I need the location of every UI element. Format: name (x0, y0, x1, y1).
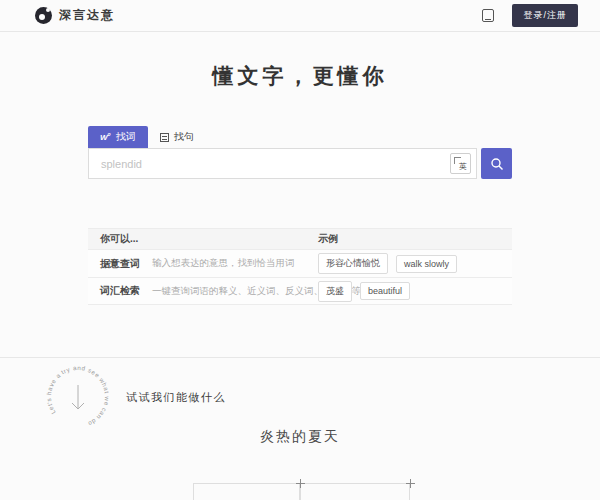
try-hint-text: 试试我们能做什么 (126, 390, 226, 405)
arrow-down-icon (42, 361, 114, 433)
language-toggle-icon[interactable]: 英 (450, 153, 471, 174)
demo-card[interactable] (300, 483, 410, 500)
row-label: 词汇检索 (100, 284, 140, 298)
login-register-button[interactable]: 登录/注册 (512, 4, 578, 27)
tab-find-word-label: 找词 (116, 130, 136, 144)
demo-title: 炎热的夏天 (0, 428, 600, 446)
tab-find-word[interactable]: Wo 找词 (88, 126, 148, 148)
tab-find-sentence[interactable]: 找句 (148, 126, 206, 148)
circular-text-badge: Let's have a try and see what we can do (42, 361, 114, 433)
row-capability: 据意查词 输入想表达的意思，找到恰当用词 (88, 257, 318, 271)
tab-find-sentence-label: 找句 (174, 130, 194, 144)
try-section: Let's have a try and see what we can do … (42, 360, 302, 434)
examples-table-header: 你可以... 示例 (88, 228, 512, 249)
search-bar: 英 (88, 148, 512, 179)
row-examples: 茂盛 beautiful (318, 281, 512, 302)
header-cell-capabilities: 你可以... (88, 232, 318, 246)
search-input-wrap: 英 (88, 148, 477, 179)
logo[interactable]: 深言达意 (35, 7, 115, 24)
example-chip[interactable]: 形容心情愉悦 (318, 253, 388, 274)
topbar-right: 登录/注册 (482, 4, 578, 27)
plus-corner-mark (406, 479, 415, 488)
language-toggle-label: 英 (459, 163, 467, 171)
search-button[interactable] (481, 148, 512, 179)
examples-table: 你可以... 示例 据意查词 输入想表达的意思，找到恰当用词 形容心情愉悦 wa… (88, 228, 512, 305)
example-chip[interactable]: beautiful (360, 282, 410, 300)
search-tabs: Wo 找词 找句 (88, 126, 512, 148)
find-sentence-icon (160, 133, 169, 142)
table-row: 词汇检索 一键查询词语的释义、近义词、反义词、联想词等 茂盛 beautiful (88, 277, 512, 305)
example-chip[interactable]: walk slowly (396, 255, 457, 273)
find-word-icon: Wo (100, 132, 111, 142)
search-area: Wo 找词 找句 英 (88, 126, 512, 179)
row-label: 据意查词 (100, 257, 140, 271)
logo-text: 深言达意 (59, 7, 115, 24)
device-icon[interactable] (482, 9, 494, 22)
row-examples: 形容心情愉悦 walk slowly (318, 253, 512, 274)
row-description: 输入想表达的意思，找到恰当用词 (152, 257, 295, 270)
search-icon (490, 157, 504, 171)
plus-corner-mark (296, 479, 305, 488)
logo-icon (35, 7, 52, 24)
top-bar: 深言达意 登录/注册 (0, 0, 600, 32)
search-input[interactable] (88, 148, 477, 179)
table-row: 据意查词 输入想表达的意思，找到恰当用词 形容心情愉悦 walk slowly (88, 249, 512, 277)
row-capability: 词汇检索 一键查询词语的释义、近义词、反义词、联想词等 (88, 284, 318, 298)
hero-title: 懂文字，更懂你 (0, 62, 600, 90)
demo-card[interactable] (193, 483, 300, 500)
header-cell-examples: 示例 (318, 232, 512, 246)
page: 深言达意 登录/注册 懂文字，更懂你 Wo 找词 找句 英 (0, 0, 600, 500)
example-chip[interactable]: 茂盛 (318, 281, 352, 302)
